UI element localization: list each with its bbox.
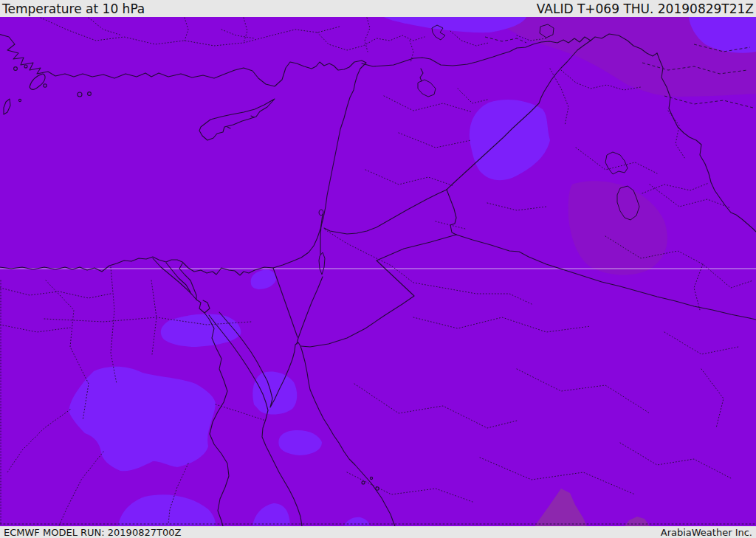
brand-label: ArabiaWeather Inc. bbox=[661, 527, 752, 538]
header-bar: Temperature at 10 hPa VALID T+069 THU. 2… bbox=[0, 0, 756, 17]
weather-map bbox=[0, 17, 756, 526]
footer-bar: ECMWF MODEL RUN: 20190827T00Z ArabiaWeat… bbox=[0, 526, 756, 538]
model-run-label: ECMWF MODEL RUN: 20190827T00Z bbox=[4, 527, 181, 538]
map-area bbox=[0, 17, 756, 526]
valid-time-label: VALID T+069 THU. 20190829T21Z bbox=[537, 1, 754, 16]
map-title: Temperature at 10 hPa bbox=[2, 1, 145, 16]
